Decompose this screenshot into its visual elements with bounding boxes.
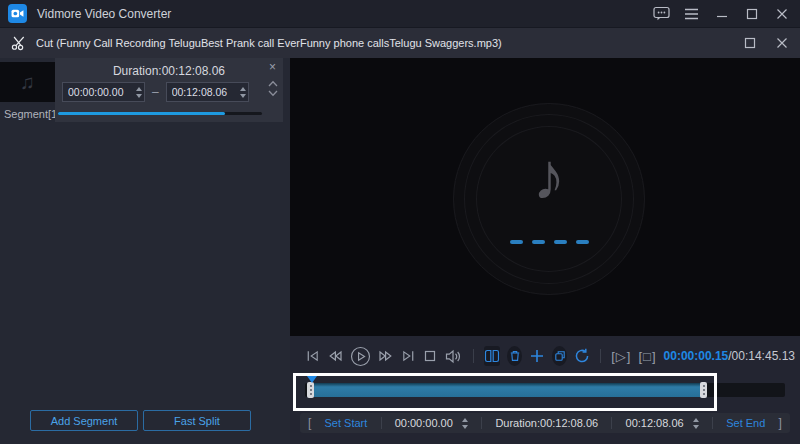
menu-icon[interactable] bbox=[683, 6, 700, 22]
maximize-icon[interactable] bbox=[743, 6, 760, 22]
range-separator: – bbox=[152, 85, 159, 99]
divider bbox=[381, 417, 382, 429]
audio-disc: ♪ bbox=[453, 103, 645, 295]
set-end-button[interactable]: Set End bbox=[726, 417, 765, 429]
playhead-marker[interactable] bbox=[307, 376, 317, 383]
dialog-close-icon[interactable] bbox=[773, 35, 790, 51]
delete-segment-icon[interactable] bbox=[507, 346, 522, 366]
app-logo-icon bbox=[8, 4, 27, 23]
sidebar-buttons: Add Segment Fast Split bbox=[30, 410, 251, 431]
close-bracket: ] bbox=[779, 416, 782, 430]
skip-start-icon[interactable] bbox=[305, 349, 320, 363]
feedback-icon[interactable] bbox=[653, 6, 670, 22]
segment-end-field bbox=[166, 82, 249, 102]
divider bbox=[712, 417, 713, 429]
app-title: Vidmore Video Converter bbox=[37, 7, 171, 21]
audio-preview-area: ♪ bbox=[290, 58, 800, 336]
start-spinner-arrows[interactable] bbox=[136, 82, 142, 102]
add-segment-button[interactable]: Add Segment bbox=[30, 410, 138, 431]
separator bbox=[473, 349, 474, 363]
segment-start-input[interactable] bbox=[62, 82, 145, 102]
total-time: 00:14:45.13 bbox=[732, 349, 795, 363]
divider bbox=[611, 417, 612, 429]
copy-segment-icon[interactable] bbox=[552, 346, 567, 366]
close-icon[interactable] bbox=[773, 6, 790, 22]
trim-start-handle[interactable] bbox=[307, 382, 314, 398]
frame-back-icon[interactable] bbox=[327, 349, 343, 363]
frame-forward-icon[interactable] bbox=[378, 349, 394, 363]
thumb-music-note-icon: ♫ bbox=[20, 71, 35, 94]
reorder-chevrons-icon[interactable] bbox=[267, 79, 279, 99]
segment-time-inputs: – bbox=[62, 82, 249, 102]
dialog-controls bbox=[741, 28, 790, 58]
segment-stop-icon[interactable]: [□] bbox=[638, 349, 656, 364]
remove-segment-icon[interactable]: × bbox=[269, 61, 276, 73]
player-controls-area: [▷] [□] 00:00:00.15/00:14:45.13 [ Set St… bbox=[290, 336, 800, 444]
add-segment-icon[interactable] bbox=[529, 348, 545, 364]
time-display: 00:00:00.15/00:14:45.13 bbox=[664, 349, 795, 363]
current-time: 00:00:00.15 bbox=[664, 349, 729, 363]
timeline-track[interactable] bbox=[305, 383, 785, 397]
timeline-selection[interactable] bbox=[307, 383, 705, 397]
music-note-icon: ♪ bbox=[454, 138, 644, 214]
volume-icon[interactable] bbox=[444, 349, 463, 364]
trim-footer-bar: [ Set Start 00:00:00.00 Duration:00:12:0… bbox=[300, 413, 790, 433]
segment-panel[interactable]: Duration:00:12:08.06 – × bbox=[55, 58, 283, 122]
split-icon[interactable] bbox=[484, 346, 501, 366]
segment-duration-label: Duration:00:12:08.06 bbox=[55, 58, 283, 78]
divider bbox=[481, 417, 482, 429]
trim-end-handle[interactable] bbox=[700, 382, 707, 398]
title-bar: Vidmore Video Converter bbox=[0, 0, 800, 28]
footer-start-spinner[interactable] bbox=[462, 418, 468, 429]
segment-play-icon[interactable]: [▷] bbox=[611, 349, 631, 364]
footer-start-time[interactable]: 00:00:00.00 bbox=[395, 417, 453, 429]
footer-end-spinner[interactable] bbox=[693, 418, 699, 429]
segment-start-field bbox=[62, 82, 145, 102]
end-spinner-arrows[interactable] bbox=[240, 82, 246, 102]
segments-sidebar: ♫ Segment[1] Duration:00:12:08.06 – × bbox=[0, 58, 290, 444]
cut-dialog-title: Cut (Funny Call Recording TeluguBest Pra… bbox=[36, 37, 502, 49]
segment-progress-fill bbox=[58, 112, 225, 115]
footer-end-time[interactable]: 00:12:08.06 bbox=[626, 417, 684, 429]
stop-icon[interactable] bbox=[423, 349, 437, 363]
segment-end-input[interactable] bbox=[166, 82, 249, 102]
play-icon[interactable] bbox=[350, 346, 371, 367]
scissors-icon bbox=[10, 35, 27, 51]
dialog-maximize-icon[interactable] bbox=[741, 35, 758, 51]
transport-bar: [▷] [□] 00:00:00.15/00:14:45.13 bbox=[305, 344, 795, 368]
fast-split-button[interactable]: Fast Split bbox=[143, 410, 251, 431]
window-controls bbox=[653, 6, 790, 22]
set-start-button[interactable]: Set Start bbox=[325, 417, 368, 429]
minimize-icon[interactable] bbox=[713, 6, 730, 22]
reset-icon[interactable] bbox=[574, 348, 590, 364]
segment-label: Segment[1] bbox=[4, 108, 60, 120]
vidmore-cut-window: Vidmore Video Converter Cut (Funny Call … bbox=[0, 0, 800, 444]
skip-end-icon[interactable] bbox=[401, 349, 416, 363]
open-bracket: [ bbox=[308, 416, 311, 430]
segment-thumbnail[interactable]: ♫ bbox=[0, 62, 55, 102]
loading-dashes-icon bbox=[454, 240, 644, 244]
cut-dialog-header: Cut (Funny Call Recording TeluguBest Pra… bbox=[0, 28, 800, 58]
footer-duration-label: Duration:00:12:08.06 bbox=[495, 417, 598, 429]
separator bbox=[600, 349, 601, 363]
segment-progress-bar bbox=[58, 112, 262, 115]
